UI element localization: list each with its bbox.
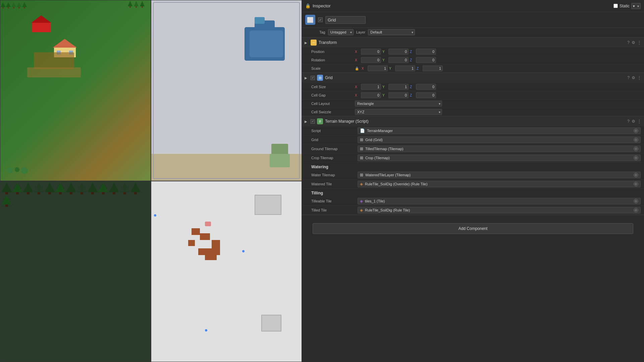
cell-size-y-input[interactable] [388, 84, 409, 90]
crop-tilemap-icon: ⊞ [360, 156, 363, 160]
transform-icon: ↔ [311, 40, 317, 46]
cell-gap-z-input[interactable] [416, 92, 436, 98]
ground-tilemap-row: Ground Tilemap ⊞ TilledTilemap (Tilemap)… [302, 144, 644, 154]
grid-help-icon[interactable]: ? [627, 75, 630, 80]
terrain-active-check[interactable]: ✓ [311, 119, 315, 124]
cell-size-z-label: Z [410, 85, 415, 89]
grid-more-icon[interactable]: ⋮ [637, 75, 641, 80]
transform-more-icon[interactable]: ⋮ [637, 40, 641, 45]
tilled-tile-icon: ◈ [360, 208, 363, 213]
static-label: Static [620, 4, 630, 8]
terrain-script-icon: # [317, 118, 323, 124]
crop-tilemap-label: Crop Tilemap [311, 156, 355, 160]
cell-gap-x-input[interactable] [361, 92, 381, 98]
script-file-icon: 📄 [360, 128, 365, 133]
watered-tile-row: Watered Tile ◈ RuleTile_SoilDig (Overrid… [302, 180, 644, 189]
add-component-button[interactable]: Add Component [313, 223, 633, 234]
cell-swizzle-label: Cell Swizzle [311, 110, 355, 114]
scene-view-3[interactable] [0, 181, 151, 362]
scale-z-label: Z [417, 67, 421, 70]
tilleable-tile-row: Tilleable Tile ◈ tiles_1 (Tile) ⊙ [302, 197, 644, 206]
rot-y-input[interactable] [388, 57, 409, 63]
transform-properties: Position X Y Z Rotation X Y Z [302, 48, 644, 72]
water-tilemap-field: ⊞ WateredTileLayer (Tilemap) ⊙ [358, 172, 641, 178]
terrain-manager-header[interactable]: ▶ ✓ # Terrain Manager (Script) ? ⚙ ⋮ [302, 116, 644, 126]
tilleable-tile-select-btn[interactable]: ⊙ [634, 199, 638, 203]
terrain-help-icon[interactable]: ? [627, 119, 630, 124]
ground-tilemap-icon: ⊞ [360, 146, 363, 151]
static-checkbox[interactable] [613, 4, 618, 8]
rot-z-input[interactable] [416, 57, 436, 63]
grid-chevron: ▶ [305, 76, 309, 80]
pos-z-input[interactable] [416, 49, 436, 55]
script-field: 📄 TerrainManager ⊙ [358, 127, 641, 134]
cell-gap-y-input[interactable] [388, 92, 409, 98]
cell-layout-select[interactable]: Rectangle [355, 101, 442, 107]
rot-x-input[interactable] [361, 57, 381, 63]
grid-ref-label: Grid [311, 138, 355, 142]
scale-x-label: X [362, 67, 366, 70]
cell-layout-dropdown-wrapper: Rectangle [355, 101, 442, 107]
crop-tilemap-select-btn[interactable]: ⊙ [634, 156, 638, 160]
grid-ref-value: Grid (Grid) [365, 138, 632, 142]
script-row: Script 📄 TerrainManager ⊙ [302, 126, 644, 135]
scene-view-4[interactable] [151, 181, 302, 362]
object-header: ⬜ [302, 12, 644, 28]
transform-settings-icon[interactable]: ⚙ [632, 40, 635, 45]
inspector-panel: 🔒 Inspector Static ▾ ⬜ Tag Untagged Laye… [302, 0, 644, 362]
watering-label: Watering [311, 165, 328, 169]
scene-view-2[interactable] [151, 0, 302, 181]
rot-y-label: Y [382, 58, 387, 62]
watered-tile-select-btn[interactable]: ⊙ [634, 182, 638, 186]
grid-ref-icon: ⊞ [360, 137, 363, 142]
transform-component-name: Transform [319, 40, 625, 45]
scale-z-input[interactable] [423, 65, 443, 71]
rotation-row: Rotation X Y Z [302, 56, 644, 64]
pos-x-input[interactable] [361, 49, 381, 55]
terrain-settings-icon[interactable]: ⚙ [632, 119, 635, 124]
tilled-tile-value: RuleTile_SoilDig (Rule Tile) [365, 208, 632, 212]
object-name-input[interactable] [325, 16, 366, 24]
grid-settings-icon[interactable]: ⚙ [632, 75, 635, 80]
tilleable-tile-value: tiles_1 (Tile) [365, 199, 632, 203]
object-active-checkbox[interactable] [318, 17, 323, 22]
cell-swizzle-select[interactable]: XYZ [355, 109, 442, 115]
cell-size-x-label: X [355, 85, 360, 89]
rotation-values: X Y Z [355, 57, 641, 63]
lock-icon: 🔒 [355, 67, 359, 70]
tilling-label: Tilling [311, 191, 323, 195]
terrain-component-name: Terrain Manager (Script) [325, 119, 625, 124]
grid-ref-select-btn[interactable]: ⊙ [634, 137, 638, 142]
cell-size-x-input[interactable] [361, 84, 381, 90]
transform-section: ▶ ↔ Transform ? ⚙ ⋮ Position X Y Z [302, 38, 644, 73]
scale-y-input[interactable] [395, 65, 415, 71]
tag-select[interactable]: Untagged [328, 29, 354, 35]
ground-tilemap-value: TilledTilemap (Tilemap) [365, 147, 632, 151]
grid-active-check[interactable]: ✓ [311, 76, 315, 80]
ground-tilemap-select-btn[interactable]: ⊙ [634, 146, 638, 151]
pos-y-label: Y [382, 50, 387, 54]
layer-label: Layer [356, 30, 366, 34]
layer-select[interactable]: Default [368, 29, 415, 35]
watered-tile-field: ◈ RuleTile_SoilDig (Override) (Rule Tile… [358, 181, 641, 187]
tilled-tile-select-btn[interactable]: ⊙ [634, 208, 638, 213]
pos-y-input[interactable] [388, 49, 409, 55]
cell-size-y-label: Y [382, 85, 387, 89]
scene-view-1[interactable] [0, 0, 151, 181]
water-tilemap-value: WateredTileLayer (Tilemap) [365, 173, 632, 177]
cell-size-values: X Y Z [355, 84, 641, 90]
static-dropdown-wrapper: ▾ [631, 3, 641, 9]
script-select-btn[interactable]: ⊙ [634, 128, 638, 133]
cell-size-z-input[interactable] [416, 84, 436, 90]
inspector-title-area: 🔒 Inspector [305, 3, 330, 8]
scale-x-input[interactable] [368, 65, 388, 71]
watered-tile-icon: ◈ [360, 182, 363, 186]
terrain-more-icon[interactable]: ⋮ [637, 119, 641, 124]
water-tilemap-select-btn[interactable]: ⊙ [634, 173, 638, 177]
static-dropdown[interactable]: ▾ [631, 3, 641, 9]
transform-help-icon[interactable]: ? [627, 40, 630, 45]
cell-layout-label: Cell Layout [311, 102, 355, 106]
grid-header[interactable]: ▶ ✓ ⊞ Grid ? ⚙ ⋮ [302, 73, 644, 83]
scale-values: 🔒 X Y Z [355, 65, 641, 71]
transform-header[interactable]: ▶ ↔ Transform ? ⚙ ⋮ [302, 38, 644, 48]
